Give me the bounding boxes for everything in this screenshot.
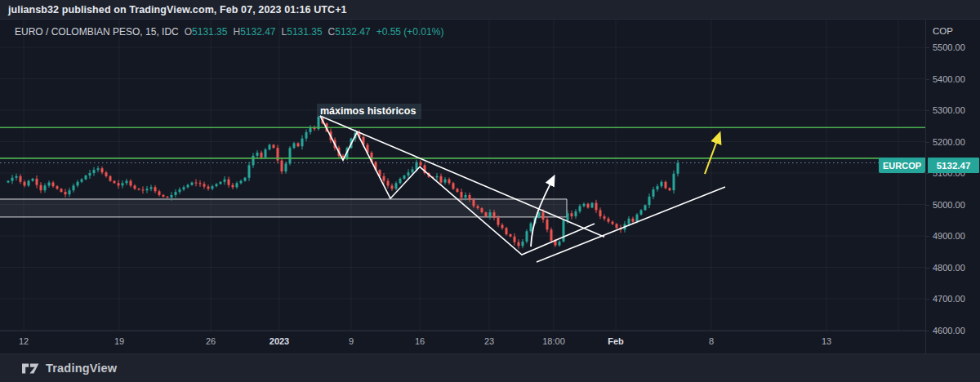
candle-body (673, 174, 675, 190)
candle-body (591, 203, 594, 208)
candle-body (383, 176, 385, 181)
candle-body (122, 183, 124, 185)
candle-body (571, 213, 573, 216)
peak-annotation-label: máximos históricos (317, 104, 421, 119)
candle-body (101, 168, 104, 172)
candle-body (657, 186, 659, 189)
price-axis-label: 4800.00 (933, 263, 965, 273)
candle-body (44, 185, 47, 190)
yellow-up-arrow-drawing[interactable] (705, 134, 719, 174)
candle-body (158, 191, 161, 195)
candle-body (395, 183, 398, 189)
candle-body (661, 182, 663, 186)
candle-body (269, 144, 271, 149)
ohlc-values: O5131.35H5132.47L5131.35C5132.47 (179, 26, 371, 38)
time-axis[interactable]: 12192620239162318:00Feb813 (0, 331, 925, 353)
candle-body (461, 192, 463, 198)
candle-body (408, 172, 410, 175)
candle-body (32, 179, 34, 181)
candle-body (440, 176, 443, 183)
candle-body (24, 182, 26, 186)
candle-body (481, 208, 483, 212)
candle-body (220, 182, 222, 184)
candle-body (485, 212, 488, 216)
candle-body (207, 187, 210, 189)
candle-body (56, 186, 59, 189)
candle-body (452, 183, 455, 189)
price-axis-tick (926, 236, 929, 237)
candle-body (187, 185, 189, 188)
ohlc-value: 5131.35 (192, 26, 227, 38)
time-axis-label: 18:00 (542, 336, 565, 346)
candle-body (301, 139, 304, 147)
candle-body (506, 228, 508, 234)
candle-body (563, 220, 565, 242)
candle-body (293, 143, 296, 148)
candle-body (195, 183, 198, 184)
price-axis-tick (926, 173, 929, 174)
candle-body (522, 242, 524, 246)
publish-info-text: juliansb32 published on TradingView.com,… (8, 4, 347, 16)
candle-body (285, 163, 287, 171)
ascending-trendline[interactable] (537, 187, 725, 262)
price-axis-tick (926, 47, 929, 48)
candle-body (436, 176, 439, 178)
ohlc-key: C (328, 26, 336, 38)
candle-body (150, 187, 153, 189)
price-axis-tick (926, 142, 929, 143)
candle-body (644, 205, 647, 210)
candle-body (11, 178, 14, 181)
candle-body (297, 143, 300, 146)
candle-body (465, 195, 467, 198)
candle-body (469, 195, 471, 200)
candle-body (236, 183, 238, 187)
price-axis-label: 5000.00 (933, 200, 965, 210)
tradingview-snapshot: juliansb32 published on TradingView.com,… (0, 0, 980, 382)
candle-body (126, 181, 128, 184)
brand-bar: TradingView (0, 353, 980, 382)
candle-body (632, 219, 635, 222)
candle-body (636, 215, 639, 222)
candle-body (493, 212, 496, 218)
candle-body (583, 204, 586, 207)
candle-body (175, 192, 177, 195)
candle-body (261, 153, 263, 158)
time-axis-label: 2023 (270, 336, 289, 346)
candle-body (224, 180, 226, 182)
candle-body (65, 192, 67, 194)
candle-body (85, 175, 87, 180)
chart-plot[interactable]: EURO / COLOMBIAN PESO, 15, IDCO5131.35H5… (0, 20, 925, 331)
price-axis-label: 4700.00 (933, 294, 965, 304)
time-axis-label: 16 (415, 336, 425, 346)
candle-body (669, 188, 671, 190)
candle-body (244, 178, 247, 181)
tradingview-logo-icon[interactable] (22, 362, 39, 375)
candle-body (501, 225, 504, 229)
candle-body (60, 189, 63, 192)
price-axis-unit: COP (933, 26, 953, 36)
candle-body (677, 162, 679, 173)
price-axis[interactable]: COP 5500.005400.005300.005200.005100.005… (925, 20, 980, 353)
candle-body (183, 187, 185, 189)
candle-body (28, 181, 30, 186)
candle-body (36, 179, 38, 185)
candle-body (387, 181, 390, 186)
chart-legend: EURO / COLOMBIAN PESO, 15, IDCO5131.35H5… (15, 26, 443, 38)
candle-body (595, 203, 598, 211)
price-axis-tick (926, 110, 929, 111)
current-price-label: 5132.47 (928, 158, 979, 173)
candle-body (138, 189, 140, 189)
candle-body (248, 165, 251, 177)
time-axis-label: 23 (484, 336, 494, 346)
candle-body (665, 182, 667, 189)
candle-body (199, 183, 202, 184)
candle-body (167, 197, 169, 198)
tradingview-brand-text[interactable]: TradingView (46, 362, 117, 375)
candle-body (457, 189, 459, 192)
descending-trendline[interactable] (320, 116, 604, 237)
change-value: +0.55 (+0.01%) (376, 26, 444, 38)
candlestick-chart[interactable] (0, 20, 925, 331)
candle-body (134, 185, 136, 189)
candle-body (163, 195, 165, 197)
candle-body (477, 206, 479, 208)
